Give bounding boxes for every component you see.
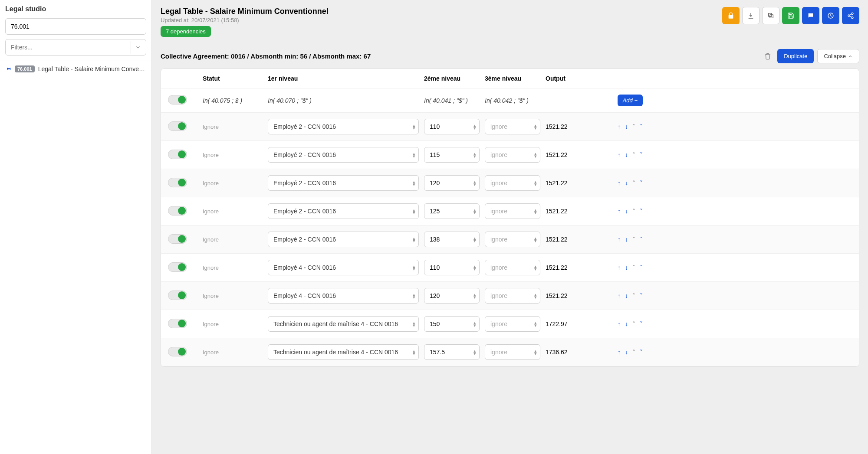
n1-select[interactable]	[268, 260, 419, 275]
collapse-row-button[interactable]: ˄	[632, 349, 635, 356]
row-toggle[interactable]	[168, 150, 187, 159]
n1-select[interactable]	[268, 119, 419, 134]
download-icon	[747, 12, 754, 19]
collapse-row-button[interactable]: ˄	[632, 151, 635, 158]
output-value: 1521.22	[546, 292, 568, 299]
table-row: Ignore ▴▾ ▴▾ ▴▾ 1521.22 ↑ ↓ ˄ ˅	[161, 254, 859, 282]
n2-input[interactable]	[424, 175, 480, 191]
expand-row-button[interactable]: ˅	[640, 236, 643, 243]
n3-input[interactable]	[485, 288, 540, 304]
n1-select[interactable]	[268, 316, 419, 332]
copy-button[interactable]	[762, 7, 779, 24]
table-row: Ignore ▴▾ ▴▾ ▴▾ 1722.97 ↑ ↓ ˄ ˅	[161, 310, 859, 338]
n3-input[interactable]	[485, 147, 540, 163]
dependencies-badge[interactable]: 7 dependencies	[161, 26, 211, 37]
expand-row-button[interactable]: ˅	[640, 180, 643, 186]
n2-input[interactable]	[424, 203, 480, 219]
n1-select[interactable]	[268, 147, 419, 163]
collapse-row-button[interactable]: ˄	[632, 264, 635, 271]
move-down-button[interactable]: ↓	[625, 236, 628, 243]
statut-value: Ignore	[203, 321, 219, 327]
expand-row-button[interactable]: ˅	[640, 264, 643, 271]
move-down-button[interactable]: ↓	[625, 151, 628, 158]
n3-input[interactable]	[485, 344, 540, 360]
expand-row-button[interactable]: ˅	[640, 320, 643, 327]
n3-input[interactable]	[485, 119, 540, 134]
row-toggle[interactable]	[168, 121, 187, 131]
n2-input[interactable]	[424, 232, 480, 247]
move-down-button[interactable]: ↓	[625, 123, 628, 130]
row-toggle[interactable]	[168, 95, 187, 105]
n3-input[interactable]	[485, 175, 540, 191]
n2-input[interactable]	[424, 147, 480, 163]
expand-row-button[interactable]: ˅	[640, 208, 643, 215]
lock-button[interactable]	[722, 7, 740, 24]
move-down-button[interactable]: ↓	[625, 349, 628, 356]
collapse-row-button[interactable]: ˄	[632, 320, 635, 327]
stepper-icon: ▴▾	[413, 237, 415, 242]
history-button[interactable]	[822, 7, 839, 24]
n2-input[interactable]	[424, 119, 480, 134]
move-down-button[interactable]: ↓	[625, 180, 628, 186]
expand-row-button[interactable]: ˅	[640, 151, 643, 158]
comment-button[interactable]	[802, 7, 819, 24]
n3-input[interactable]	[485, 203, 540, 219]
collapse-label: Collapse	[824, 53, 846, 59]
n2-input[interactable]	[424, 288, 480, 304]
add-row-button[interactable]: Add +	[618, 95, 643, 106]
move-down-button[interactable]: ↓	[625, 264, 628, 271]
save-button[interactable]	[782, 7, 799, 24]
row-toggle[interactable]	[168, 262, 187, 272]
move-up-button[interactable]: ↑	[618, 292, 621, 299]
move-up-button[interactable]: ↑	[618, 264, 621, 271]
row-toggle[interactable]	[168, 319, 187, 328]
move-down-button[interactable]: ↓	[625, 320, 628, 327]
download-button[interactable]	[742, 7, 760, 24]
row-toggle[interactable]	[168, 234, 187, 244]
n1-select[interactable]	[268, 175, 419, 191]
row-toggle[interactable]	[168, 347, 187, 356]
move-up-button[interactable]: ↑	[618, 320, 621, 327]
table-row: Ignore ▴▾ ▴▾ ▴▾ 1521.22 ↑ ↓ ˄ ˅	[161, 169, 859, 197]
move-up-button[interactable]: ↑	[618, 349, 621, 356]
n1-select[interactable]	[268, 232, 419, 247]
expand-row-button[interactable]: ˅	[640, 292, 643, 299]
stepper-icon: ▴▾	[534, 265, 537, 270]
collapse-row-button[interactable]: ˄	[632, 208, 635, 215]
n3-input[interactable]	[485, 232, 540, 247]
collapse-row-button[interactable]: ˄	[632, 123, 635, 130]
n2-input[interactable]	[424, 316, 480, 332]
n1-select[interactable]	[268, 288, 419, 304]
row-toggle[interactable]	[168, 206, 187, 216]
delete-section-button[interactable]	[762, 50, 774, 62]
move-down-button[interactable]: ↓	[625, 292, 628, 299]
collapse-row-button[interactable]: ˄	[632, 180, 635, 186]
filters-dropdown-toggle[interactable]	[131, 41, 145, 54]
move-up-button[interactable]: ↑	[618, 180, 621, 186]
filters-input[interactable]	[5, 39, 146, 56]
duplicate-button[interactable]: Duplicate	[777, 49, 814, 63]
n1-select[interactable]	[268, 203, 419, 219]
n2-input[interactable]	[424, 260, 480, 275]
move-up-button[interactable]: ↑	[618, 236, 621, 243]
n2-input[interactable]	[424, 344, 480, 360]
collapse-row-button[interactable]: ˄	[632, 292, 635, 299]
sidebar-item[interactable]: 76.001 Legal Table - Salaire Minimum Con…	[0, 61, 151, 77]
expand-row-button[interactable]: ˅	[640, 349, 643, 356]
search-input[interactable]	[5, 18, 146, 35]
move-up-button[interactable]: ↑	[618, 208, 621, 215]
n3-input[interactable]	[485, 260, 540, 275]
move-down-button[interactable]: ↓	[625, 208, 628, 215]
move-up-button[interactable]: ↑	[618, 123, 621, 130]
collapse-button[interactable]: Collapse	[817, 49, 859, 63]
output-value: 1736.62	[546, 349, 568, 356]
share-button[interactable]	[842, 7, 859, 24]
collapse-row-button[interactable]: ˄	[632, 236, 635, 243]
row-toggle[interactable]	[168, 291, 187, 300]
n3-input[interactable]	[485, 316, 540, 332]
share-icon	[847, 12, 854, 19]
move-up-button[interactable]: ↑	[618, 151, 621, 158]
expand-row-button[interactable]: ˅	[640, 123, 643, 130]
n1-select[interactable]	[268, 344, 419, 360]
row-toggle[interactable]	[168, 178, 187, 187]
